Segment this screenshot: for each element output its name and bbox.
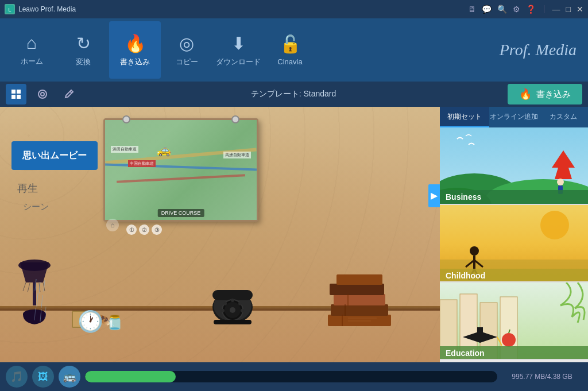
svg-point-25 bbox=[223, 302, 227, 305]
progress-bar bbox=[85, 371, 176, 382]
tab-custom[interactable]: カスタム bbox=[539, 107, 588, 127]
jp-text-2: シーン bbox=[23, 202, 49, 212]
svg-point-58 bbox=[470, 246, 479, 255]
svg-line-45 bbox=[40, 309, 41, 322]
nav-burn-label: 書き込み bbox=[120, 57, 150, 67]
template-business[interactable]: Business bbox=[440, 127, 588, 205]
svg-rect-33 bbox=[336, 274, 382, 285]
template-childhood[interactable]: Childhood bbox=[440, 205, 588, 282]
taskbar-icon-settings[interactable]: ⚙ bbox=[513, 5, 520, 14]
close-button[interactable]: ✕ bbox=[577, 5, 583, 14]
nav-burn[interactable]: 🔥 書き込み bbox=[109, 21, 161, 79]
rain-drops bbox=[33, 279, 51, 328]
svg-point-24 bbox=[238, 302, 242, 305]
svg-line-42 bbox=[37, 293, 38, 307]
telephone-decoration bbox=[207, 278, 258, 339]
books-decoration bbox=[325, 269, 394, 339]
photo-button[interactable]: 🖼 bbox=[32, 366, 54, 388]
minimize-button[interactable]: — bbox=[552, 5, 560, 14]
nav-cinavia-label: Cinavia bbox=[277, 57, 302, 66]
svg-line-44 bbox=[34, 308, 36, 320]
template-business-label: Business bbox=[440, 190, 588, 204]
nav-convert-label: 変換 bbox=[76, 57, 91, 67]
nav-home[interactable]: ⌂ ホーム bbox=[6, 21, 57, 79]
taskbar-icon-chat[interactable]: 💬 bbox=[482, 5, 492, 14]
svg-line-12 bbox=[23, 282, 26, 291]
toolbar: テンプレート: Standard 🔥 書き込み bbox=[0, 82, 588, 107]
write-button-label: 書き込み bbox=[536, 89, 571, 100]
nav-download[interactable]: ⬇ ダウンロード bbox=[212, 21, 264, 79]
svg-rect-70 bbox=[477, 327, 483, 333]
template-education[interactable]: Education bbox=[440, 282, 588, 360]
preview-area: 浜田自動車道 中国自動車道 馬洲自動車道 🚕 DRIVE COURSE ① ② … bbox=[0, 107, 440, 362]
nav-copy[interactable]: ◎ コピー bbox=[161, 21, 212, 79]
write-button-icon: 🔥 bbox=[519, 88, 532, 100]
back-button[interactable]: ⌂ bbox=[106, 219, 119, 231]
title-card: 思い出ムービー bbox=[11, 141, 98, 170]
nav-download-label: ダウンロード bbox=[216, 57, 261, 67]
svg-point-22 bbox=[230, 307, 235, 313]
svg-text:L: L bbox=[8, 7, 11, 13]
nav-convert[interactable]: ↻ 変換 bbox=[57, 21, 109, 79]
svg-rect-2 bbox=[11, 90, 16, 94]
template-label: テンプレート: Standard bbox=[85, 89, 502, 99]
music-button[interactable]: 🎵 bbox=[6, 366, 28, 388]
taskbar-icon-monitor[interactable]: 🖥 bbox=[468, 5, 476, 14]
nav-cinavia[interactable]: 🔓 Cinavia bbox=[264, 21, 316, 79]
burn-bottom-button[interactable]: 🚌 bbox=[59, 366, 80, 388]
grid-view-button[interactable] bbox=[6, 84, 26, 104]
ink-bottle: 🫙 bbox=[106, 315, 123, 331]
svg-point-53 bbox=[557, 179, 564, 185]
edit-button[interactable] bbox=[59, 84, 79, 104]
jp-text-1: 再生 bbox=[17, 181, 38, 195]
convert-icon: ↻ bbox=[76, 33, 91, 53]
svg-line-40 bbox=[39, 282, 40, 293]
svg-point-6 bbox=[38, 90, 47, 98]
maximize-button[interactable]: □ bbox=[566, 5, 571, 14]
svg-point-26 bbox=[241, 309, 244, 312]
svg-point-72 bbox=[502, 333, 516, 347]
titlebar-left: L Leawo Prof. Media bbox=[5, 4, 76, 14]
tab-initial-set[interactable]: 初期セット bbox=[440, 107, 489, 127]
svg-line-43 bbox=[41, 295, 42, 308]
svg-rect-28 bbox=[214, 320, 252, 324]
tab-online-add[interactable]: オンライン追加 bbox=[489, 107, 539, 127]
panel-tabs: 初期セット オンライン追加 カスタム bbox=[440, 107, 588, 127]
title-card-text: 思い出ムービー bbox=[22, 150, 87, 162]
write-button[interactable]: 🔥 書き込み bbox=[508, 84, 582, 104]
window-controls: 🖥 💬 🔍 ⚙ ❓ — □ ✕ bbox=[468, 5, 583, 14]
taskbar-icon-search[interactable]: 🔍 bbox=[497, 5, 507, 14]
template-education-label: Education bbox=[440, 346, 588, 360]
svg-rect-32 bbox=[330, 284, 384, 295]
step-circles: ① ② ③ bbox=[126, 224, 162, 235]
road-label-2: 中国自動車道 bbox=[128, 160, 156, 167]
road-label-1: 浜田自動車道 bbox=[111, 146, 138, 153]
taskbar-icon-help[interactable]: ❓ bbox=[526, 5, 536, 14]
burn-icon: 🔥 bbox=[125, 33, 146, 53]
svg-line-13 bbox=[28, 283, 30, 292]
copy-nav-icon: ◎ bbox=[179, 33, 194, 53]
preview-button[interactable] bbox=[32, 84, 53, 104]
map-inner: 浜田自動車道 中国自動車道 馬洲自動車道 🚕 DRIVE COURSE bbox=[105, 120, 257, 220]
right-panel: 初期セット オンライン追加 カスタム bbox=[440, 107, 588, 362]
svg-point-56 bbox=[540, 211, 569, 239]
map-taxi: 🚕 bbox=[157, 143, 171, 157]
svg-line-41 bbox=[44, 280, 45, 292]
svg-point-27 bbox=[221, 309, 225, 312]
svg-rect-31 bbox=[334, 294, 385, 305]
svg-rect-29 bbox=[328, 315, 391, 326]
svg-rect-4 bbox=[11, 95, 16, 99]
titlebar: L Leawo Prof. Media 🖥 💬 🔍 ⚙ ❓ — □ ✕ bbox=[0, 0, 588, 18]
map-label: DRIVE COURSE bbox=[158, 209, 204, 217]
app-title: Leawo Prof. Media bbox=[18, 5, 76, 13]
scroll-arrow[interactable]: ▶ bbox=[428, 184, 440, 207]
map-frame: 浜田自動車道 中国自動車道 馬洲自動車道 🚕 DRIVE COURSE bbox=[103, 118, 258, 222]
svg-point-7 bbox=[41, 92, 44, 96]
svg-line-8 bbox=[70, 91, 72, 93]
panel-content: Business bbox=[440, 127, 588, 362]
road-3 bbox=[117, 174, 245, 183]
app-logo: L bbox=[5, 4, 15, 14]
brand-logo: Prof. Media bbox=[500, 41, 577, 59]
cinavia-icon: 🔓 bbox=[280, 34, 301, 54]
content-area: 浜田自動車道 中国自動車道 馬洲自動車道 🚕 DRIVE COURSE ① ② … bbox=[0, 107, 588, 362]
